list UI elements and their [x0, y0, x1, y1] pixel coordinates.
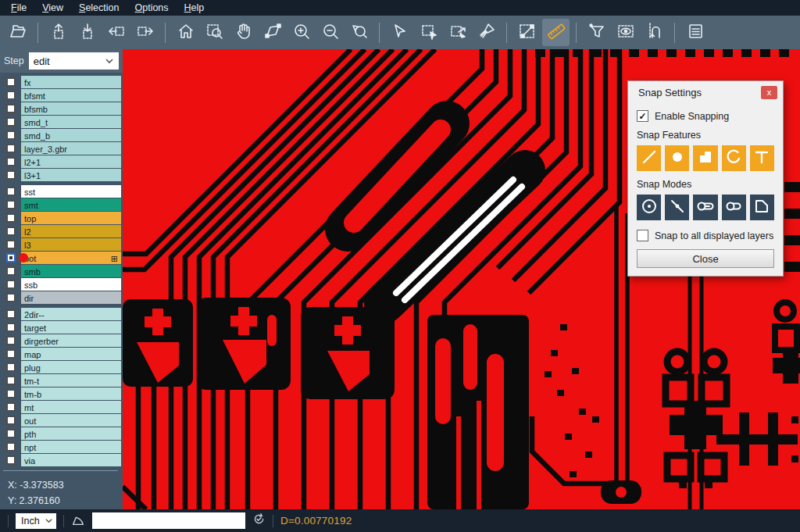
- layer-label[interactable]: npt: [21, 441, 121, 453]
- enable-snapping-checkbox[interactable]: ✓: [637, 110, 648, 122]
- sync-check-icon[interactable]: [252, 512, 266, 529]
- menu-view[interactable]: View: [34, 1, 71, 15]
- route-path-button[interactable]: [641, 19, 668, 46]
- layer-label[interactable]: sst: [21, 185, 121, 198]
- load-right-button[interactable]: [131, 19, 159, 46]
- layer-checkbox[interactable]: [0, 455, 21, 465]
- layer-label[interactable]: ssb: [21, 278, 121, 291]
- dialog-title-bar[interactable]: Snap Settings x: [628, 81, 783, 104]
- layer-checkbox[interactable]: [0, 402, 21, 412]
- view-box-button[interactable]: [612, 19, 639, 46]
- sweep-brush-button[interactable]: [473, 19, 500, 46]
- snap-slot-button[interactable]: [722, 195, 746, 220]
- layer-checkbox[interactable]: [0, 187, 21, 196]
- layer-label[interactable]: bfsmb: [21, 102, 121, 115]
- menu-options[interactable]: Options: [127, 1, 176, 15]
- select-rect-button[interactable]: [415, 19, 442, 46]
- layer-checkbox[interactable]: [0, 227, 21, 236]
- snap-line-button[interactable]: [637, 145, 661, 171]
- report-form-button[interactable]: [681, 19, 709, 46]
- layer-checkbox[interactable]: [0, 77, 21, 87]
- layer-label[interactable]: layer_3.gbr: [21, 142, 121, 155]
- layer-label[interactable]: l2: [21, 225, 121, 237]
- layer-label[interactable]: out: [21, 414, 121, 427]
- layer-checkbox[interactable]: [0, 293, 21, 302]
- layer-checkbox[interactable]: [0, 376, 21, 385]
- layer-checkbox[interactable]: [0, 429, 21, 438]
- snap-slot-end-button[interactable]: [693, 195, 717, 220]
- layer-label[interactable]: mt: [21, 401, 121, 413]
- home-button[interactable]: [172, 19, 199, 46]
- layer-checkbox[interactable]: [0, 117, 21, 127]
- layer-label[interactable]: smb: [21, 265, 121, 277]
- zoom-area-button[interactable]: [259, 19, 286, 46]
- layer-label[interactable]: via: [21, 454, 121, 466]
- close-button[interactable]: Close: [637, 249, 774, 268]
- open-folder-button[interactable]: [4, 19, 31, 46]
- snap-corner-button[interactable]: [750, 195, 774, 220]
- load-up-button[interactable]: [45, 19, 72, 46]
- layer-checkbox[interactable]: [0, 240, 21, 249]
- menu-help[interactable]: Help: [177, 1, 212, 15]
- layer-checkbox[interactable]: [0, 336, 21, 345]
- snap-pad-button[interactable]: [665, 145, 689, 171]
- measure-line-button[interactable]: [513, 19, 541, 46]
- filter-button[interactable]: [583, 19, 610, 46]
- layer-label[interactable]: top: [21, 212, 121, 224]
- layer-label[interactable]: map: [21, 348, 121, 360]
- select-cursor-button[interactable]: [386, 19, 413, 46]
- layer-checkbox[interactable]: [0, 389, 21, 398]
- layer-label[interactable]: smd_t: [21, 116, 121, 128]
- layer-label[interactable]: plug: [21, 361, 121, 373]
- menu-selection[interactable]: Selection: [71, 1, 127, 15]
- layer-label[interactable]: tm-b: [21, 387, 121, 400]
- pan-hand-button[interactable]: [230, 19, 257, 46]
- layer-checkbox[interactable]: [0, 416, 21, 425]
- snap-center-button[interactable]: [637, 195, 661, 220]
- layer-checkbox[interactable]: [0, 280, 21, 289]
- layer-checkbox[interactable]: [0, 309, 21, 319]
- layer-label[interactable]: fx: [21, 76, 121, 88]
- layer-label[interactable]: dir: [21, 291, 121, 304]
- zoom-out-button[interactable]: [316, 19, 344, 46]
- layer-checkbox[interactable]: [0, 213, 21, 223]
- zoom-window-button[interactable]: [201, 19, 228, 46]
- layer-label[interactable]: dirgerber: [21, 334, 121, 347]
- snap-online-button[interactable]: [665, 195, 689, 220]
- layer-label[interactable]: l3: [21, 238, 121, 251]
- dialog-close-button[interactable]: x: [761, 86, 777, 99]
- layer-label[interactable]: smt: [21, 198, 121, 211]
- layer-checkbox[interactable]: [0, 323, 21, 332]
- zoom-reset-button[interactable]: [345, 19, 373, 46]
- layer-checkbox[interactable]: [0, 253, 21, 262]
- layer-label[interactable]: bfsmt: [21, 89, 121, 102]
- load-left-button[interactable]: [102, 19, 130, 46]
- layer-checkbox[interactable]: [0, 362, 21, 372]
- layer-label[interactable]: tm-t: [21, 374, 121, 387]
- load-down-button[interactable]: [73, 19, 101, 46]
- layer-label[interactable]: bot⊞: [21, 252, 121, 264]
- command-input[interactable]: [92, 512, 245, 529]
- layer-checkbox[interactable]: [0, 349, 21, 359]
- step-select[interactable]: edit: [29, 52, 119, 70]
- snap-surface-button[interactable]: [693, 145, 717, 171]
- layer-checkbox[interactable]: [0, 170, 21, 180]
- menu-file[interactable]: File: [3, 1, 34, 15]
- layer-checkbox[interactable]: [0, 442, 21, 452]
- layer-checkbox[interactable]: [0, 130, 21, 140]
- layer-label[interactable]: pth: [21, 427, 121, 440]
- all-layers-checkbox[interactable]: [637, 230, 648, 241]
- ruler-button[interactable]: [542, 19, 570, 46]
- layer-label[interactable]: 2dir--: [21, 308, 121, 320]
- snap-text-button[interactable]: [750, 145, 774, 171]
- layer-checkbox[interactable]: [0, 157, 21, 166]
- snap-arc-button[interactable]: [722, 145, 746, 171]
- layer-checkbox[interactable]: [0, 144, 21, 153]
- layer-checkbox[interactable]: [0, 104, 21, 113]
- angle-icon[interactable]: [71, 512, 85, 530]
- layer-label[interactable]: smd_b: [21, 129, 121, 141]
- layer-label[interactable]: l2+1: [21, 155, 121, 168]
- unit-select[interactable]: Inch: [16, 513, 56, 529]
- layer-checkbox[interactable]: [0, 91, 21, 100]
- layer-label[interactable]: target: [21, 321, 121, 334]
